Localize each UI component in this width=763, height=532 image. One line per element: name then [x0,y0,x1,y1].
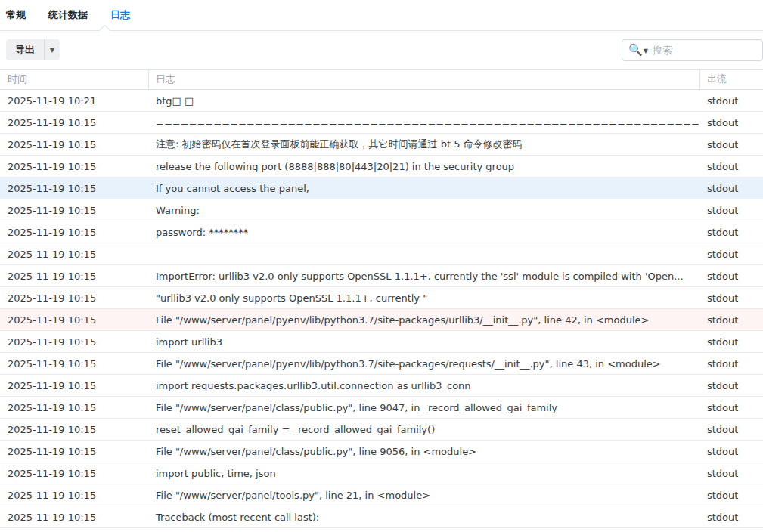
log-time-cell: 2025-11-19 10:15 [0,380,149,391]
log-stream-cell: stdout [700,183,763,194]
table-row[interactable]: 2025-11-19 10:15 注意: 初始密码仅在首次登录面板前能正确获取，… [0,134,763,156]
search-icon: 🔍 [628,45,643,56]
table-row[interactable]: 2025-11-19 10:15 File "/www/server/panel… [0,309,763,331]
log-stream-cell: stdout [700,95,763,107]
log-stream-cell: stdout [700,336,763,348]
search-filter-caret-icon[interactable]: ▼ [644,48,648,54]
tab-general[interactable]: 常规 [6,5,26,25]
log-time-cell: 2025-11-19 10:15 [0,139,149,150]
column-header-log[interactable]: 日志 [149,70,700,89]
log-time-cell: 2025-11-19 10:15 [0,468,149,479]
search-box[interactable]: 🔍 ▼ [622,39,763,61]
log-stream-cell: stdout [700,446,763,457]
log-message-cell: password: ******** [149,227,700,238]
log-stream-cell: stdout [700,424,763,435]
log-time-cell: 2025-11-19 10:15 [0,402,149,413]
log-time-cell: 2025-11-19 10:15 [0,271,149,282]
log-stream-cell: stdout [700,117,763,128]
column-header-time[interactable]: 时间 [0,70,149,89]
table-row[interactable]: 2025-11-19 10:15 import requests.package… [0,375,763,397]
log-message-cell: btg□ □ [149,95,700,107]
log-message-cell: Warning: [149,205,700,216]
log-message-cell: File "/www/server/panel/pyenv/lib/python… [149,314,700,326]
log-message-cell: File "/www/server/panel/tools.py", line … [149,490,700,501]
log-message-cell: 注意: 初始密码仅在首次登录面板前能正确获取，其它时间请通过 bt 5 命令修改… [149,138,700,151]
log-table-header: 时间 日志 串流 [0,69,763,90]
log-stream-cell: stdout [700,380,763,391]
table-row[interactable]: 2025-11-19 10:15 If you cannot access th… [0,178,763,200]
table-row[interactable]: 2025-11-19 10:15 import urllib3 stdout [0,331,763,353]
log-message-cell: File "/www/server/panel/class/public.py"… [149,402,700,413]
log-time-cell: 2025-11-19 10:15 [0,336,149,348]
log-time-cell: 2025-11-19 10:15 [0,424,149,435]
table-row[interactable]: 2025-11-19 10:15 File "/www/server/panel… [0,484,763,506]
log-time-cell: 2025-11-19 10:15 [0,205,149,216]
tab-statistics[interactable]: 统计数据 [48,5,88,25]
log-toolbar: 导出 ▼ 🔍 ▼ [0,31,763,69]
log-time-cell: 2025-11-19 10:15 [0,314,149,326]
log-message-cell: Traceback (most recent call last): [149,512,700,523]
log-time-cell: 2025-11-19 10:15 [0,512,149,523]
log-time-cell: 2025-11-19 10:15 [0,227,149,238]
table-row[interactable]: 2025-11-19 10:15 ImportError: urllib3 v2… [0,265,763,287]
table-row[interactable]: 2025-11-19 10:15 Warning: stdout [0,200,763,221]
log-message-cell: import requests.packages.urllib3.util.co… [149,380,700,391]
log-time-cell: 2025-11-19 10:15 [0,249,149,260]
search-input[interactable] [653,45,756,56]
log-stream-cell: stdout [700,468,763,479]
log-stream-cell: stdout [700,139,763,150]
log-table-body: 2025-11-19 10:21 btg□ □ stdout 2025-11-1… [0,90,763,528]
table-row[interactable]: 2025-11-19 10:15 release the following p… [0,156,763,178]
log-message-cell: reset_allowed_gai_family = _record_allow… [149,424,700,435]
table-row[interactable]: 2025-11-19 10:15 import public, time, js… [0,462,763,484]
log-stream-cell: stdout [700,205,763,216]
table-row[interactable]: 2025-11-19 10:15 =======================… [0,112,763,134]
log-message-cell: release the following port (8888|888|80|… [149,161,700,172]
log-stream-cell: stdout [700,490,763,501]
log-message-cell: import urllib3 [149,336,700,348]
log-time-cell: 2025-11-19 10:15 [0,490,149,501]
table-row[interactable]: 2025-11-19 10:15 File "/www/server/panel… [0,353,763,375]
table-row[interactable]: 2025-11-19 10:15 File "/www/server/panel… [0,397,763,419]
log-time-cell: 2025-11-19 10:15 [0,117,149,128]
log-time-cell: 2025-11-19 10:15 [0,446,149,457]
log-stream-cell: stdout [700,227,763,238]
log-stream-cell: stdout [700,402,763,413]
log-time-cell: 2025-11-19 10:21 [0,95,149,107]
log-stream-cell: stdout [700,161,763,172]
log-stream-cell: stdout [700,292,763,304]
table-row[interactable]: 2025-11-19 10:15 Traceback (most recent … [0,506,763,528]
log-time-cell: 2025-11-19 10:15 [0,183,149,194]
log-message-cell: ImportError: urllib3 v2.0 only supports … [149,271,700,282]
table-row[interactable]: 2025-11-19 10:15 File "/www/server/panel… [0,441,763,462]
table-row[interactable]: 2025-11-19 10:15 reset_allowed_gai_famil… [0,419,763,441]
log-message-cell: ========================================… [149,117,700,128]
log-stream-cell: stdout [700,314,763,326]
log-time-cell: 2025-11-19 10:15 [0,161,149,172]
log-stream-cell: stdout [700,249,763,260]
log-message-cell: "urllib3 v2.0 only supports OpenSSL 1.1.… [149,292,700,304]
tab-bar: 常规 统计数据 日志 [0,0,763,31]
export-dropdown-caret-icon[interactable]: ▼ [45,46,60,54]
log-message-cell: File "/www/server/panel/pyenv/lib/python… [149,358,700,370]
log-stream-cell: stdout [700,358,763,370]
table-row[interactable]: 2025-11-19 10:15 "urllib3 v2.0 only supp… [0,287,763,309]
table-row[interactable]: 2025-11-19 10:15 password: ******** stdo… [0,221,763,243]
table-row[interactable]: 2025-11-19 10:21 btg□ □ stdout [0,90,763,112]
export-split-button: 导出 ▼ [6,39,60,60]
table-row[interactable]: 2025-11-19 10:15 stdout [0,243,763,265]
log-time-cell: 2025-11-19 10:15 [0,358,149,370]
tab-logs[interactable]: 日志 [110,5,130,25]
log-message-cell: File "/www/server/panel/class/public.py"… [149,446,700,457]
log-stream-cell: stdout [700,512,763,523]
log-stream-cell: stdout [700,271,763,282]
column-header-stream[interactable]: 串流 [700,70,763,89]
export-button[interactable]: 导出 [6,39,44,60]
log-message-cell: If you cannot access the panel, [149,183,700,194]
log-message-cell: import public, time, json [149,468,700,479]
log-time-cell: 2025-11-19 10:15 [0,292,149,304]
